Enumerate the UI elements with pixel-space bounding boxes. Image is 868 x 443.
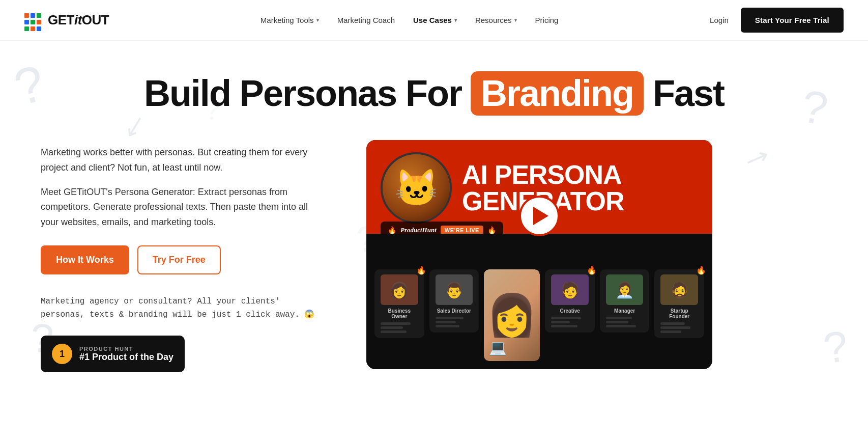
nav-marketing-tools-label: Marketing Tools	[261, 16, 314, 24]
hero-right: 🐱 AI PERSONA GENERATOR 🔥 ProductHunt WE'…	[366, 140, 827, 369]
persona-label-1: Business Owner	[381, 308, 418, 319]
persona-label-2: Sales Director	[436, 308, 473, 314]
agency-description: Marketing agency or consultant? All your…	[41, 297, 314, 319]
persona-line	[660, 326, 690, 329]
cat-emoji: 🐱	[394, 170, 439, 206]
persona-face-3: 🧑	[551, 274, 589, 305]
persona-line	[606, 321, 628, 323]
play-triangle-icon	[533, 207, 548, 225]
cta-button[interactable]: Start Your Free Trial	[741, 8, 844, 33]
video-title: AI PERSONA GENERATOR	[462, 161, 698, 214]
fire-badge-3: 🔥	[696, 265, 706, 275]
try-for-free-button[interactable]: Try For Free	[137, 245, 221, 274]
fire-badge-2: 🔥	[587, 265, 597, 275]
persona-line	[551, 321, 570, 323]
woman-section: 👩 💻	[484, 269, 540, 361]
desc-1: Marketing works better with personas. Bu…	[41, 145, 326, 175]
hero-buttons: How It Works Try For Free	[41, 245, 326, 274]
ph-overlay-text: ProductHunt	[400, 226, 437, 234]
logo[interactable]: GETitOUT	[24, 12, 109, 28]
persona-card-2: 👨 Sales Director	[429, 269, 479, 333]
video-title-line1: AI PERSONA	[462, 161, 698, 188]
hero-content: Marketing works better with personas. Bu…	[41, 140, 827, 372]
headline-start: Build Personas For	[144, 73, 461, 114]
persona-label-3: Creative	[551, 308, 589, 314]
video-bottom: 👩 Business Owner 🔥 👨	[366, 259, 712, 369]
persona-line	[381, 322, 411, 325]
ph-medal: 1	[52, 344, 72, 364]
persona-line	[381, 326, 403, 329]
video-card: 🐱 AI PERSONA GENERATOR 🔥 ProductHunt WE'…	[366, 140, 712, 369]
hero-left: Marketing works better with personas. Bu…	[41, 140, 326, 372]
play-button[interactable]	[519, 196, 560, 236]
nav-item-pricing[interactable]: Pricing	[535, 16, 559, 24]
fire-badge-1: 🔥	[416, 265, 426, 275]
woman-emoji: 👩	[486, 291, 537, 339]
headline-highlight: Branding	[471, 71, 644, 116]
persona-line	[606, 317, 632, 319]
agency-text: Marketing agency or consultant? All your…	[41, 295, 326, 322]
persona-img-1: 👩	[381, 274, 418, 305]
play-area	[366, 234, 712, 259]
nav-resources-label: Resources	[475, 16, 512, 24]
persona-img-3: 🧑	[551, 274, 589, 305]
persona-card-1: 👩 Business Owner 🔥	[374, 269, 424, 338]
persona-face-1: 👩	[381, 274, 418, 305]
navbar: GETitOUT Marketing Tools ▾ Marketing Coa…	[0, 0, 868, 41]
nav-item-marketing-coach[interactable]: Marketing Coach	[337, 16, 395, 24]
headline-end: Fast	[653, 73, 724, 114]
cat-avatar: 🐱	[381, 152, 452, 224]
chevron-down-icon: ▾	[316, 17, 319, 23]
persona-label-4: Manager	[606, 308, 644, 314]
fire-icon-2: 🔥	[487, 226, 496, 234]
persona-line	[606, 325, 636, 327]
ph-label: PRODUCT HUNT	[79, 346, 173, 352]
nav-pricing-label: Pricing	[535, 16, 559, 24]
persona-face-5: 🧔	[660, 274, 698, 305]
ph-title: #1 Product of the Day	[79, 352, 173, 363]
persona-line	[551, 317, 581, 319]
logo-icon	[24, 13, 43, 27]
persona-img-5: 🧔	[660, 274, 698, 305]
hero-headline: Build Personas For Branding Fast	[41, 71, 827, 116]
persona-card-5: 🧔 Startup Founder 🔥	[654, 269, 704, 338]
nav-item-marketing-tools[interactable]: Marketing Tools ▾	[261, 16, 319, 24]
persona-face-2: 👨	[436, 274, 473, 305]
chevron-down-icon-2: ▾	[454, 17, 457, 23]
video-title-line2: GENERATOR	[462, 188, 698, 214]
persona-line	[436, 321, 456, 323]
ph-text: PRODUCT HUNT #1 Product of the Day	[79, 346, 173, 363]
persona-label-5: Startup Founder	[660, 308, 698, 319]
persona-img-4: 👩‍💼	[606, 274, 644, 305]
persona-face-4: 👩‍💼	[606, 274, 644, 305]
nav-use-cases-label: Use Cases	[413, 16, 452, 24]
persona-line	[381, 330, 407, 333]
persona-line	[436, 317, 464, 319]
ph-number: 1	[60, 349, 65, 359]
login-link[interactable]: Login	[710, 16, 729, 24]
persona-line	[660, 330, 681, 333]
desc-2: Meet GETitOUT's Persona Generator: Extra…	[41, 185, 326, 230]
persona-card-4: 👩‍💼 Manager	[600, 269, 650, 333]
logo-text: GETitOUT	[48, 12, 109, 28]
hero-description: Marketing works better with personas. Bu…	[41, 145, 326, 230]
video-title-block: AI PERSONA GENERATOR	[462, 161, 698, 214]
nav-item-use-cases[interactable]: Use Cases ▾	[413, 16, 457, 24]
chevron-down-icon-3: ▾	[514, 17, 517, 23]
nav-marketing-coach-label: Marketing Coach	[337, 16, 395, 24]
product-hunt-badge: 1 PRODUCT HUNT #1 Product of the Day	[41, 336, 185, 372]
persona-line	[436, 325, 460, 327]
laptop-emoji: 💻	[489, 339, 507, 356]
persona-img-2: 👨	[436, 274, 473, 305]
hero-section: ? ? ? ? ↙ ↗ ? ? Build Personas For Brand…	[0, 41, 868, 393]
persona-line	[551, 325, 577, 327]
persona-card-3: 🧑 Creative 🔥	[545, 269, 595, 333]
nav-links: Marketing Tools ▾ Marketing Coach Use Ca…	[261, 16, 559, 24]
fire-icon-1: 🔥	[388, 226, 396, 234]
nav-item-resources[interactable]: Resources ▾	[475, 16, 517, 24]
nav-right: Login Start Your Free Trial	[710, 8, 844, 33]
how-it-works-button[interactable]: How It Works	[41, 245, 129, 274]
persona-line	[660, 322, 685, 325]
